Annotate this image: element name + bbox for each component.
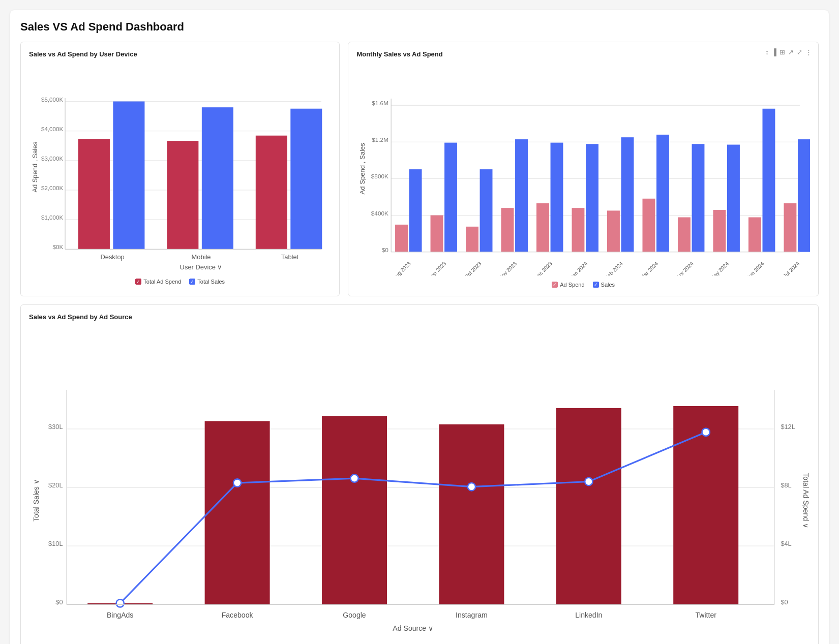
svg-rect-32 — [515, 139, 528, 252]
user-device-chart-panel: Sales vs Ad Spend by User Device Ad Spen… — [20, 42, 340, 296]
svg-text:Apr 2024: Apr 2024 — [675, 261, 695, 275]
svg-text:Aug 2023: Aug 2023 — [392, 261, 412, 275]
svg-rect-43 — [713, 210, 726, 252]
svg-rect-30 — [480, 169, 493, 252]
desktop-label: Desktop — [100, 253, 124, 261]
svg-text:$8L: $8L — [781, 481, 791, 489]
svg-rect-48 — [798, 139, 810, 252]
ad-spend-check: ✓ — [135, 279, 141, 285]
instagram-label: Instagram — [456, 611, 488, 619]
svg-rect-34 — [551, 143, 563, 252]
svg-rect-35 — [572, 208, 585, 252]
export-icon[interactable]: ↗ — [788, 48, 794, 56]
svg-text:Jan 2024: Jan 2024 — [569, 261, 588, 275]
svg-text:$4L: $4L — [781, 540, 791, 547]
svg-text:$12L: $12L — [781, 422, 795, 430]
facebook-label: Facebook — [222, 611, 254, 619]
monthly-chart: Ad Spend , Sales $0 $400K $800K $1.2M $1… — [356, 62, 810, 275]
mobile-sales-bar — [202, 107, 233, 249]
linkedin-label: LinkedIn — [575, 611, 602, 619]
legend-ad-spend-label: Total Ad Spend — [143, 279, 181, 285]
svg-rect-37 — [607, 210, 620, 252]
monthly-sales-check: ✓ — [593, 282, 599, 288]
svg-text:Ad Spend , Sales: Ad Spend , Sales — [358, 143, 366, 195]
svg-text:Feb 2024: Feb 2024 — [604, 261, 624, 275]
svg-rect-42 — [692, 144, 705, 252]
svg-rect-28 — [444, 143, 457, 252]
svg-text:$0K: $0K — [53, 243, 64, 250]
tablet-ad-spend-bar — [256, 136, 287, 250]
sort-icon[interactable]: ↕ — [765, 48, 769, 56]
viz-icon[interactable]: ⊞ — [780, 48, 785, 56]
bar-icon[interactable]: ▐ — [772, 48, 776, 56]
svg-text:$1,000K: $1,000K — [41, 214, 64, 221]
svg-rect-40 — [656, 135, 669, 252]
svg-text:Total Sales ∨: Total Sales ∨ — [32, 479, 40, 522]
svg-text:$4,000K: $4,000K — [41, 126, 64, 132]
instagram-dot — [468, 483, 475, 490]
x-axis-label: User Device ∨ — [180, 263, 223, 271]
svg-rect-31 — [501, 208, 514, 252]
svg-text:$0: $0 — [382, 247, 389, 254]
svg-text:$800K: $800K — [371, 173, 388, 180]
svg-text:$0: $0 — [781, 598, 788, 606]
bingads-dot — [116, 599, 124, 607]
monthly-chart-panel: Monthly Sales vs Ad Spend ↕ ▐ ⊞ ↗ ⤢ ⋮ Ad… — [348, 42, 819, 296]
top-row: Sales vs Ad Spend by User Device Ad Spen… — [20, 42, 819, 296]
svg-text:May 2024: May 2024 — [709, 261, 730, 275]
tablet-label: Tablet — [281, 253, 299, 261]
mobile-ad-spend-bar — [167, 141, 198, 249]
tablet-sales-bar — [290, 109, 322, 250]
legend-monthly-sales: ✓ Sales — [593, 282, 615, 288]
y-axis-label: Ad Spend , Sales — [31, 142, 39, 193]
user-device-chart: Ad Spend , Sales $0K $1,000K $2,000K $3,… — [29, 62, 331, 272]
svg-rect-26 — [409, 169, 422, 252]
svg-text:Sep 2023: Sep 2023 — [427, 261, 447, 275]
svg-rect-45 — [748, 217, 761, 252]
user-device-legend: ✓ Total Ad Spend ✓ Total Sales — [29, 279, 331, 285]
svg-rect-27 — [431, 216, 443, 252]
legend-monthly-adspend: ✓ Ad Spend — [552, 282, 584, 288]
twitter-label: Twitter — [695, 611, 716, 619]
instagram-bar — [439, 424, 504, 604]
svg-text:Jun 2024: Jun 2024 — [746, 261, 765, 275]
panel-icons: ↕ ▐ ⊞ ↗ ⤢ ⋮ — [765, 48, 812, 56]
svg-text:$30L: $30L — [48, 422, 63, 430]
google-label: Google — [343, 611, 366, 619]
svg-rect-44 — [727, 145, 740, 252]
expand-icon[interactable]: ⤢ — [797, 48, 802, 56]
svg-text:$5,000K: $5,000K — [41, 96, 64, 103]
svg-text:$0: $0 — [55, 598, 63, 606]
svg-rect-41 — [678, 217, 691, 252]
svg-rect-33 — [536, 203, 549, 252]
svg-rect-25 — [395, 225, 408, 252]
svg-rect-36 — [586, 144, 598, 252]
svg-text:Jul 2024: Jul 2024 — [783, 261, 801, 275]
svg-text:$1.6M: $1.6M — [372, 100, 389, 107]
svg-text:$2,000K: $2,000K — [41, 185, 64, 191]
svg-text:$10L: $10L — [48, 540, 63, 547]
facebook-dot — [233, 479, 241, 486]
svg-rect-38 — [621, 137, 634, 252]
ad-source-chart-panel: Sales vs Ad Spend by Ad Source Total Sal… — [20, 304, 819, 644]
legend-sales: ✓ Total Sales — [189, 279, 225, 285]
svg-text:$20L: $20L — [48, 481, 63, 489]
legend-monthly-adspend-label: Ad Spend — [560, 282, 584, 288]
legend-sales-label: Total Sales — [197, 279, 225, 285]
monthly-chart-title: Monthly Sales vs Ad Spend — [356, 50, 810, 58]
facebook-bar — [205, 421, 270, 604]
monthly-adspend-check: ✓ — [552, 282, 558, 288]
svg-text:Mar 2024: Mar 2024 — [640, 261, 660, 275]
ad-source-chart-title: Sales vs Ad Spend by Ad Source — [29, 313, 810, 321]
svg-text:Nov 2023: Nov 2023 — [498, 261, 518, 275]
more-icon[interactable]: ⋮ — [805, 48, 812, 56]
user-device-chart-title: Sales vs Ad Spend by User Device — [29, 50, 331, 58]
desktop-ad-spend-bar — [78, 139, 110, 249]
ad-source-chart: Total Sales ∨ $0 $10L $20L $30L Total Ad… — [29, 325, 810, 644]
monthly-legend: ✓ Ad Spend ✓ Sales — [356, 282, 810, 288]
svg-text:$400K: $400K — [371, 210, 388, 217]
svg-rect-29 — [466, 227, 478, 252]
svg-text:$3,000K: $3,000K — [41, 155, 64, 162]
legend-ad-spend: ✓ Total Ad Spend — [135, 279, 181, 285]
ad-source-x-label: Ad Source ∨ — [393, 624, 433, 632]
